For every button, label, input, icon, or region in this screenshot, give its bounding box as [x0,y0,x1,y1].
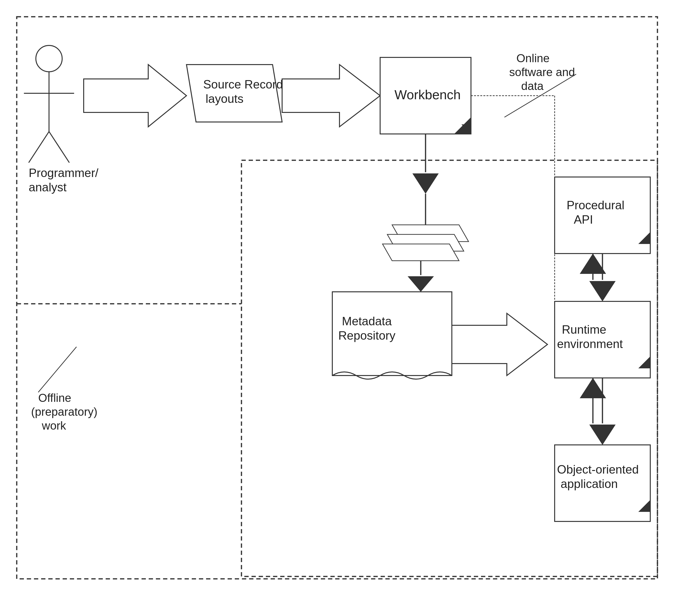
svg-text:Workbench: Workbench [395,87,461,102]
svg-marker-9 [84,64,187,127]
svg-text:Programmer/: Programmer/ [29,166,99,180]
svg-line-43 [38,347,76,392]
diagram-svg: Programmer/ analyst Source Record layout… [14,14,665,584]
svg-text:Runtime: Runtime [562,323,606,336]
svg-line-8 [49,132,69,163]
svg-text:Object-oriented: Object-oriented [557,463,639,476]
svg-text:API: API [574,213,593,226]
svg-text:Metadata: Metadata [342,315,392,328]
svg-marker-22 [408,276,434,292]
svg-marker-16 [412,173,439,194]
svg-point-4 [36,46,62,72]
svg-line-7 [29,132,49,163]
svg-text:(preparatory): (preparatory) [31,405,97,418]
svg-text:layouts: layouts [205,92,243,106]
svg-text:software and: software and [509,66,575,78]
svg-text:environment: environment [557,337,623,351]
svg-text:Source Record: Source Record [203,78,283,91]
svg-text:Procedural: Procedural [566,198,624,212]
svg-marker-24 [452,313,548,376]
svg-text:analyst: analyst [29,181,67,194]
svg-text:application: application [561,477,618,491]
svg-marker-20 [383,244,459,261]
svg-marker-11 [282,64,380,127]
svg-text:Repository: Repository [338,329,396,342]
svg-text:Offline: Offline [38,392,71,404]
diagram-container: Programmer/ analyst Source Record layout… [14,14,684,598]
svg-text:work: work [41,419,66,432]
svg-marker-33 [589,281,616,302]
svg-marker-37 [589,425,616,445]
svg-text:data: data [521,79,543,92]
svg-text:Online: Online [516,52,550,64]
svg-rect-26 [555,177,650,254]
